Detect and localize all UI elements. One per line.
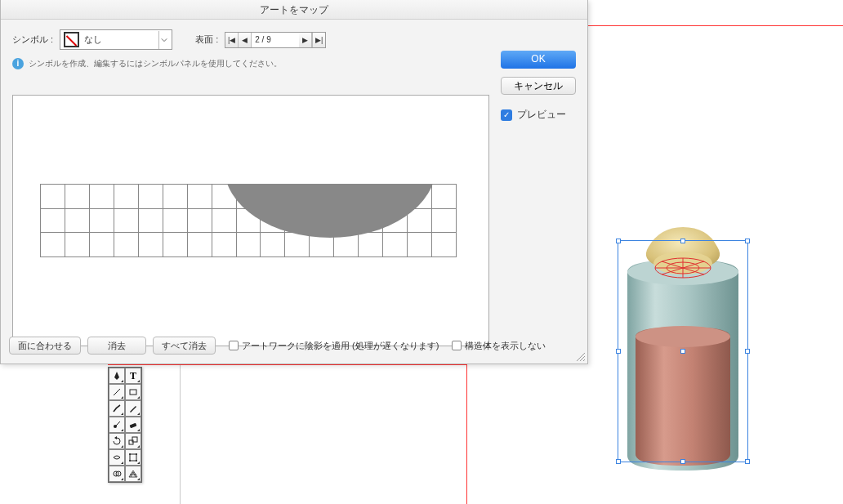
map-preview-area[interactable] (12, 95, 489, 346)
info-icon: i (12, 58, 24, 69)
clear-button[interactable]: 消去 (87, 337, 146, 355)
svg-line-24 (583, 359, 585, 361)
scale-tool[interactable] (125, 433, 141, 449)
svg-rect-15 (130, 454, 136, 461)
line-tool[interactable] (109, 384, 125, 400)
svg-point-16 (129, 453, 131, 455)
tools-panel: T (108, 367, 142, 483)
preview-check-label: プレビュー (517, 108, 566, 122)
ok-button[interactable]: OK (501, 51, 576, 69)
preview-checkbox[interactable]: ✓ (501, 109, 512, 121)
map-art-dialog: アートをマップ シンボル : なし 表面 : |◀ ◀ 2 / 9 ▶ ▶| i… (0, 0, 588, 364)
svg-rect-12 (130, 423, 137, 428)
type-tool[interactable]: T (125, 368, 141, 384)
svg-point-18 (129, 460, 131, 462)
perspective-grid-tool[interactable] (125, 466, 141, 482)
scale-to-fit-button[interactable]: 面に合わせる (9, 337, 81, 355)
selection-handle[interactable] (745, 349, 750, 354)
rotate-tool[interactable] (109, 433, 125, 449)
selection-handle[interactable] (616, 459, 621, 464)
selection-handle[interactable] (616, 239, 621, 243)
prev-surface-button[interactable]: ◀ (239, 33, 252, 47)
dialog-title: アートをマップ (1, 0, 587, 20)
svg-point-17 (136, 453, 137, 455)
selection-handle[interactable] (616, 349, 621, 354)
invisible-geometry-checkbox[interactable] (452, 341, 462, 350)
resize-grip[interactable] (574, 350, 586, 362)
rectangle-tool[interactable] (125, 384, 141, 400)
surface-stepper: |◀ ◀ 2 / 9 ▶ ▶| (225, 32, 326, 48)
surface-value[interactable]: 2 / 9 (252, 35, 299, 44)
first-surface-button[interactable]: |◀ (225, 33, 239, 47)
ruler-line (180, 365, 181, 504)
shade-artwork-checkbox[interactable] (229, 341, 239, 350)
none-swatch-icon (64, 32, 79, 47)
paintbrush-tool[interactable] (109, 400, 125, 417)
artwork-3d-object (611, 227, 756, 488)
clear-all-button[interactable]: すべて消去 (153, 337, 216, 355)
free-transform-tool[interactable] (125, 449, 141, 466)
chevron-down-icon (158, 31, 168, 49)
next-surface-button[interactable]: ▶ (299, 33, 312, 47)
guide-line-h2 (108, 364, 467, 365)
pencil-tool[interactable] (125, 400, 141, 417)
last-surface-button[interactable]: ▶| (312, 33, 325, 47)
blob-brush-tool[interactable] (109, 417, 125, 433)
selection-handle[interactable] (680, 459, 685, 464)
symbol-value: なし (84, 33, 154, 46)
svg-rect-10 (130, 390, 136, 395)
info-text: シンボルを作成、編集するにはシンボルパネルを使用してください。 (29, 58, 282, 69)
guide-line-h (588, 25, 843, 26)
selection-handle[interactable] (680, 239, 685, 243)
pen-tool[interactable] (109, 368, 125, 384)
guide-line-v (466, 364, 467, 504)
shade-artwork-label: アートワークに陰影を適用 (処理が遅くなります) (242, 340, 439, 352)
cancel-button[interactable]: キャンセル (501, 77, 576, 95)
selection-bounding-box[interactable] (618, 240, 748, 462)
selection-center[interactable] (680, 349, 685, 354)
symbol-label: シンボル : (12, 33, 53, 46)
surface-grid (40, 184, 457, 257)
invisible-geometry-label: 構造体を表示しない (465, 340, 546, 352)
selection-handle[interactable] (745, 459, 750, 464)
width-tool[interactable] (109, 449, 125, 466)
selection-handle[interactable] (745, 239, 750, 243)
shape-builder-tool[interactable] (109, 466, 125, 482)
svg-line-9 (114, 389, 120, 395)
surface-label: 表面 : (195, 33, 218, 46)
symbol-dropdown[interactable]: なし (60, 29, 172, 50)
eraser-tool[interactable] (125, 417, 141, 433)
